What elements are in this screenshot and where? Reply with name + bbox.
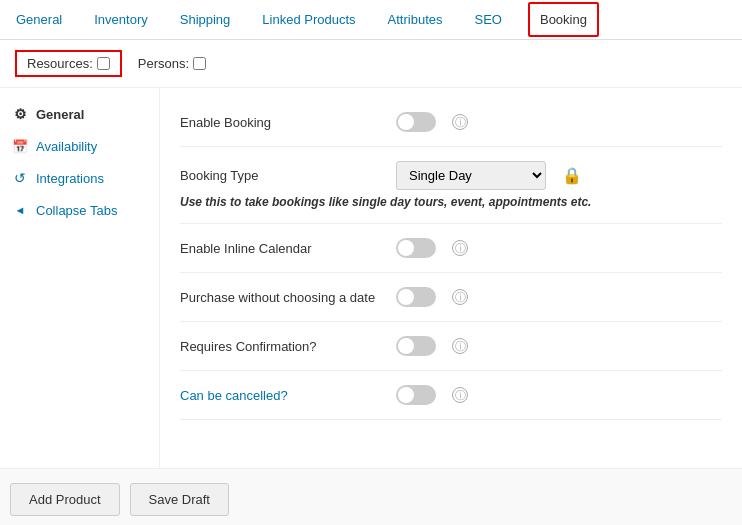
sidebar-label-collapse-tabs: Collapse Tabs [36, 203, 117, 218]
tab-inventory[interactable]: Inventory [88, 0, 153, 39]
tab-linked-products[interactable]: Linked Products [256, 0, 361, 39]
enable-inline-calendar-toggle[interactable] [396, 238, 436, 258]
integration-icon: ↺ [12, 170, 28, 186]
booking-content: Enable Booking ⓘ Booking Type Single Day… [160, 88, 742, 468]
enable-inline-calendar-row: Enable Inline Calendar ⓘ [180, 224, 722, 273]
save-draft-button[interactable]: Save Draft [130, 483, 229, 516]
persons-checkbox-group: Persons: [138, 56, 206, 71]
enable-inline-calendar-label: Enable Inline Calendar [180, 241, 380, 256]
can-be-cancelled-info-icon[interactable]: ⓘ [452, 387, 468, 403]
collapse-icon: ◄ [12, 202, 28, 218]
tab-attributes[interactable]: Attributes [382, 0, 449, 39]
can-be-cancelled-label: Can be cancelled? [180, 388, 380, 403]
booking-type-row: Booking Type Single Day Multiple Days Fi… [180, 147, 722, 224]
persons-checkbox[interactable] [193, 57, 206, 70]
tab-general[interactable]: General [10, 0, 68, 39]
requires-confirmation-label: Requires Confirmation? [180, 339, 380, 354]
calendar-icon: 📅 [12, 138, 28, 154]
main-layout: ⚙ General 📅 Availability ↺ Integrations … [0, 88, 742, 468]
requires-confirmation-row: Requires Confirmation? ⓘ [180, 322, 722, 371]
resources-checkbox[interactable] [97, 57, 110, 70]
footer: Add Product Save Draft [0, 468, 742, 525]
tab-shipping[interactable]: Shipping [174, 0, 237, 39]
sidebar-label-general: General [36, 107, 84, 122]
purchase-without-date-label: Purchase without choosing a date [180, 290, 380, 305]
booking-type-label: Booking Type [180, 168, 380, 183]
gear-icon: ⚙ [12, 106, 28, 122]
sidebar-label-availability: Availability [36, 139, 97, 154]
sidebar-item-collapse-tabs[interactable]: ◄ Collapse Tabs [0, 194, 159, 226]
can-be-cancelled-toggle[interactable] [396, 385, 436, 405]
lock-icon[interactable]: 🔒 [562, 164, 582, 188]
purchase-without-date-info-icon[interactable]: ⓘ [452, 289, 468, 305]
sidebar-item-integrations[interactable]: ↺ Integrations [0, 162, 159, 194]
purchase-without-date-toggle[interactable] [396, 287, 436, 307]
enable-booking-info-icon[interactable]: ⓘ [452, 114, 468, 130]
booking-type-hint: Use this to take bookings like single da… [180, 195, 722, 217]
enable-booking-toggle[interactable] [396, 112, 436, 132]
top-navigation: General Inventory Shipping Linked Produc… [0, 0, 742, 40]
enable-inline-calendar-info-icon[interactable]: ⓘ [452, 240, 468, 256]
sidebar-item-general[interactable]: ⚙ General [0, 98, 159, 130]
purchase-without-date-row: Purchase without choosing a date ⓘ [180, 273, 722, 322]
sidebar-label-integrations: Integrations [36, 171, 104, 186]
resources-label: Resources: [27, 56, 93, 71]
enable-booking-row: Enable Booking ⓘ [180, 98, 722, 147]
resources-checkbox-group: Resources: [15, 50, 122, 77]
can-be-cancelled-row: Can be cancelled? ⓘ [180, 371, 722, 420]
sidebar: ⚙ General 📅 Availability ↺ Integrations … [0, 88, 160, 468]
booking-type-select[interactable]: Single Day Multiple Days Fixed Blocks [396, 161, 546, 190]
sidebar-item-availability[interactable]: 📅 Availability [0, 130, 159, 162]
requires-confirmation-info-icon[interactable]: ⓘ [452, 338, 468, 354]
persons-label: Persons: [138, 56, 189, 71]
enable-booking-label: Enable Booking [180, 115, 380, 130]
sub-bar: Resources: Persons: [0, 40, 742, 88]
add-product-button[interactable]: Add Product [10, 483, 120, 516]
requires-confirmation-toggle[interactable] [396, 336, 436, 356]
tab-seo[interactable]: SEO [469, 0, 508, 39]
tab-booking[interactable]: Booking [528, 2, 599, 37]
can-be-cancelled-link[interactable]: Can be cancelled? [180, 388, 288, 403]
